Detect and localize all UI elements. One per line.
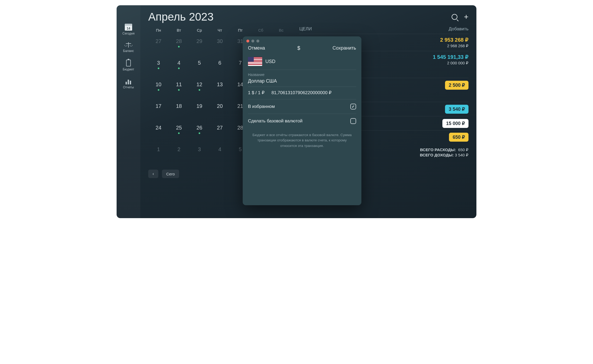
- weekday-cell: Ср: [189, 28, 210, 32]
- prev-month-button[interactable]: ‹: [148, 170, 158, 178]
- goal-amount: 2 953 268 ₽: [440, 37, 468, 43]
- txn-amount: 2 500 ₽: [445, 81, 468, 90]
- app-window: 14 Сегодня Баланс Бюджет Отчеты Апрель 2…: [117, 5, 476, 218]
- save-button[interactable]: Сохранить: [333, 45, 356, 51]
- date-cell[interactable]: 19: [189, 103, 210, 109]
- zoom-window-icon[interactable]: [256, 40, 259, 42]
- search-icon[interactable]: [452, 14, 457, 20]
- sidebar-today[interactable]: 14 Сегодня: [122, 24, 135, 35]
- date-cell[interactable]: 3: [148, 60, 169, 69]
- header: Апрель 2023 +: [148, 11, 468, 23]
- close-window-icon[interactable]: [246, 40, 249, 42]
- date-cell[interactable]: 17: [148, 103, 169, 109]
- sidebar-budget[interactable]: Бюджет: [123, 60, 134, 71]
- date-cell[interactable]: 20: [210, 103, 230, 109]
- today-button[interactable]: Сего: [162, 170, 179, 178]
- title-year: 2023: [189, 11, 213, 23]
- sidebar-balance-label: Баланс: [123, 49, 134, 53]
- event-dot-icon: [178, 68, 180, 69]
- base-currency-label: Сделать базовой валютой: [248, 118, 303, 124]
- battery-icon: [126, 60, 131, 66]
- weekday-cell: Чт: [210, 28, 230, 32]
- total-expenses-label: ВСЕГО РАСХОДЫ:: [420, 147, 456, 152]
- sidebar: 14 Сегодня Баланс Бюджет Отчеты: [117, 5, 140, 218]
- date-cell[interactable]: 12: [189, 82, 210, 91]
- page-title: Апрель 2023: [148, 11, 214, 23]
- date-cell[interactable]: 29: [189, 38, 210, 44]
- date-cell[interactable]: 10: [148, 82, 169, 91]
- event-dot-icon: [178, 89, 180, 91]
- event-dot-icon: [178, 132, 180, 134]
- date-cell[interactable]: 27: [210, 125, 230, 131]
- sidebar-today-label: Сегодня: [122, 32, 135, 35]
- event-dot-icon: [199, 89, 200, 91]
- goal-target: 2 968 268 ₽: [440, 44, 468, 48]
- total-income-label: ВСЕГО ДОХОДЫ:: [420, 153, 454, 157]
- goal-amount: 1 545 191,33 ₽: [433, 54, 468, 60]
- date-cell[interactable]: 13: [210, 82, 230, 88]
- calendar-icon: 14: [125, 24, 132, 31]
- name-field-label: Название: [248, 70, 356, 77]
- date-cell[interactable]: 24: [148, 125, 169, 131]
- add-button[interactable]: Добавить: [449, 26, 468, 32]
- total-expenses: 650 ₽: [458, 147, 468, 152]
- plus-icon[interactable]: +: [464, 14, 468, 20]
- window-controls: [243, 36, 361, 42]
- rate-value: 81,70613107906220000000 ₽: [271, 90, 332, 95]
- sidebar-budget-label: Бюджет: [123, 68, 134, 71]
- sidebar-balance[interactable]: Баланс: [123, 42, 134, 53]
- goals-header: ЦЕЛИ: [299, 26, 312, 32]
- minimize-window-icon[interactable]: [251, 40, 254, 42]
- date-cell[interactable]: 27: [148, 38, 169, 44]
- weekday-cell: Вс: [271, 28, 291, 32]
- date-cell[interactable]: 5: [189, 60, 210, 66]
- txn-amount: 15 000 ₽: [442, 119, 468, 128]
- sidebar-reports-label: Отчеты: [123, 85, 134, 89]
- date-cell[interactable]: 4: [169, 60, 189, 69]
- base-currency-row[interactable]: Сделать базовой валютой: [248, 114, 356, 128]
- bars-icon: [126, 78, 131, 84]
- event-dot-icon: [178, 46, 180, 47]
- date-cell[interactable]: 18: [169, 103, 189, 109]
- currency-flag-row[interactable]: USD: [248, 55, 356, 70]
- currency-symbol: $: [297, 45, 300, 51]
- date-cell[interactable]: 6: [210, 60, 230, 66]
- goal-target: 2 000 000 ₽: [433, 61, 468, 65]
- date-cell[interactable]: 30: [210, 38, 230, 44]
- base-currency-checkbox[interactable]: [350, 118, 356, 124]
- modal-note: Бюджет и все отчёты отражаются в базовой…: [248, 128, 356, 153]
- txn-amount: 650 ₽: [449, 133, 468, 142]
- txn-amount: 3 540 ₽: [445, 105, 468, 114]
- total-income: 3 540 ₽: [455, 153, 468, 157]
- favorite-row[interactable]: В избранном: [248, 99, 356, 114]
- currency-modal: Отмена $ Сохранить USD Название Доллар С…: [243, 36, 361, 205]
- event-dot-icon: [199, 132, 200, 134]
- weekday-cell: Пн: [148, 28, 169, 32]
- date-cell[interactable]: 26: [189, 125, 210, 134]
- rate-row[interactable]: 1 $ / 1 ₽ 81,70613107906220000000 ₽: [248, 87, 356, 99]
- event-dot-icon: [158, 89, 159, 91]
- scale-icon: [125, 42, 132, 48]
- name-field[interactable]: Доллар США: [248, 77, 356, 87]
- date-cell[interactable]: 4: [210, 146, 230, 152]
- cancel-button[interactable]: Отмена: [248, 45, 265, 51]
- date-cell[interactable]: 1: [148, 146, 169, 152]
- weekday-cell: Вт: [169, 28, 189, 32]
- us-flag-icon: [248, 57, 262, 66]
- date-cell[interactable]: 2: [169, 146, 189, 152]
- event-dot-icon: [158, 68, 159, 69]
- calendar-icon-day: 14: [127, 27, 130, 30]
- date-cell[interactable]: 25: [169, 125, 189, 134]
- favorite-checkbox[interactable]: [350, 104, 356, 109]
- currency-code: USD: [265, 59, 275, 64]
- date-cell[interactable]: 3: [189, 146, 210, 152]
- date-cell[interactable]: 28: [169, 38, 189, 47]
- date-cell[interactable]: 11: [169, 82, 189, 91]
- title-month: Апрель: [148, 11, 186, 23]
- favorite-label: В избранном: [248, 104, 275, 109]
- rate-unit: 1 $ / 1 ₽: [248, 90, 265, 95]
- weekday-header: ПнВтСрЧтПтСбВс: [148, 26, 291, 36]
- weekday-cell: Пт: [230, 28, 251, 32]
- weekday-cell: Сб: [251, 28, 271, 32]
- sidebar-reports[interactable]: Отчеты: [123, 78, 134, 89]
